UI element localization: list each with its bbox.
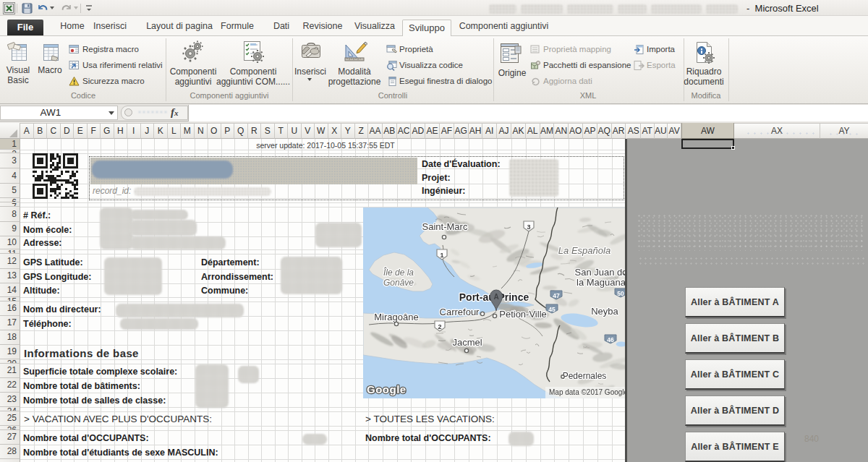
svg-text:3: 3 bbox=[527, 223, 530, 231]
svg-text:50: 50 bbox=[617, 290, 624, 297]
svg-text:Gonâve: Gonâve bbox=[383, 278, 414, 288]
svg-text:A: A bbox=[493, 293, 498, 301]
svg-text:Carrefour: Carrefour bbox=[440, 307, 480, 317]
svg-text:47: 47 bbox=[553, 292, 560, 299]
svg-text:Neyba: Neyba bbox=[591, 306, 618, 317]
svg-text:Google: Google bbox=[367, 383, 407, 395]
svg-text:46: 46 bbox=[607, 336, 614, 343]
svg-text:Pedernales: Pedernales bbox=[563, 371, 607, 381]
svg-text:1: 1 bbox=[440, 252, 443, 259]
svg-text:San Juan de: San Juan de bbox=[574, 267, 626, 278]
svg-text:Île de la: Île de la bbox=[383, 267, 414, 278]
svg-text:2: 2 bbox=[438, 323, 441, 330]
svg-text:Map data ©2017 Google: Map data ©2017 Google bbox=[549, 388, 626, 396]
svg-text:45: 45 bbox=[548, 306, 556, 313]
svg-text:Petion-Ville: Petion-Ville bbox=[499, 309, 547, 320]
svg-text:Jacmel: Jacmel bbox=[452, 337, 482, 348]
svg-text:La Española: La Española bbox=[558, 245, 610, 256]
svg-text:Saint-Marc: Saint-Marc bbox=[422, 221, 468, 232]
svg-text:la Maguana: la Maguana bbox=[576, 277, 626, 288]
svg-text:Miragoâne: Miragoâne bbox=[374, 312, 418, 322]
